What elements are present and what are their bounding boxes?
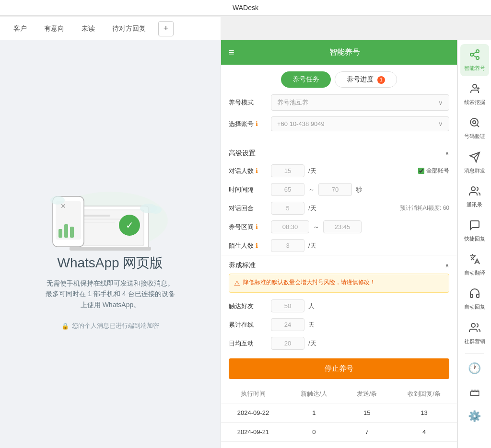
interval-input-2[interactable] [318,183,352,196]
all-accounts-checkbox[interactable] [418,168,424,174]
right-sidebar: 智能养号 线索挖掘 号码验证 [457,40,491,448]
sidebar-label-auto-reply: 自动回复 [464,304,485,310]
advanced-chevron: ∧ [445,150,449,157]
sub-tab-progress[interactable]: 养号进度 1 [335,71,397,88]
sidebar-item-verify[interactable]: 号码验证 [460,112,489,144]
menu-icon[interactable]: ≡ [229,47,234,58]
progress-badge: 1 [377,76,385,84]
td-replies-2: 4 [391,423,457,442]
sidebar-item-auto-reply[interactable]: 自动回复 [460,283,489,315]
sidebar-item-broadcast[interactable]: 消息群发 [460,147,489,179]
th-sent: 发送/条 [342,385,391,403]
warning-box: ⚠ 降低标准的默认数量会增大封号风险，请谨慎修改！ [229,274,449,293]
standards-title: 养成标准 [229,261,256,270]
account-select[interactable]: +60 10-438 9049 ∨ [271,116,449,131]
svg-point-30 [471,187,475,191]
search-person-icon [469,117,480,131]
svg-rect-5 [82,218,120,220]
svg-point-20 [476,57,479,59]
reach-input[interactable] [271,299,304,312]
ai-cost-note: 预计消耗AI额度: 60 [400,204,449,212]
chevron-down-icon: ∨ [438,99,443,106]
sidebar-label-contacts: 通讯录 [467,202,482,208]
svg-line-22 [473,52,476,54]
stop-button[interactable]: 停止养号 [229,358,449,379]
dialog-rounds-input[interactable] [271,202,304,215]
form-row-mode: 养号模式 养号池互养 ∨ [229,94,449,111]
tab-customers[interactable]: 客户 [5,19,35,39]
sidebar-item-translate[interactable]: 自动翻译 [460,249,489,281]
svg-rect-2 [70,247,151,251]
sidebar-label-verify: 号码验证 [464,133,485,139]
add-tab-button[interactable]: + [158,21,174,36]
svg-point-18 [476,50,479,53]
wa-subtitle: 无需使手机保持在线即可发送和接收消息。最多可同时在 1 部手机和 4 台已连接的… [46,278,175,310]
svg-text:✓: ✓ [126,220,134,230]
translate-icon [469,253,480,268]
td-sent-1: 15 [342,403,391,423]
contacts-icon [469,185,480,200]
sidebar-item-contacts[interactable]: 通讯录 [460,181,489,213]
sidebar-divider [465,353,484,354]
time-range-start[interactable] [271,220,309,233]
standards-chevron: ∧ [445,262,449,269]
svg-point-17 [50,196,65,205]
svg-point-23 [473,84,477,88]
adv-label-reach: 触达好友 [229,302,267,310]
wa-illustration: ✕ ✓ [34,158,187,254]
panel-footer: WADesk养号宝典 本月AI剩余额度: 783 / 月 [221,442,457,448]
sidebar-item-community[interactable]: 社群营销 [460,317,489,349]
advanced-section-header[interactable]: 高级设置 ∧ [221,143,457,161]
time-range-info-icon: ℹ [256,223,258,230]
tab-unread[interactable]: 未读 [73,19,104,39]
tab-interested[interactable]: 有意向 [35,19,73,39]
sidebar-label-leads: 线索挖掘 [464,99,485,105]
account-value: +60 10-438 9049 [277,120,325,127]
wa-title: WhatsApp 网页版 [58,254,164,272]
lock-icon: 🔒 [61,322,69,330]
adv-label-online: 累计在线 [229,321,267,329]
adv-row-dialog-people: 对话人数 ℹ /天 全部账号 [221,161,457,180]
adv-label-dialog: 对话人数 ℹ [229,167,267,175]
standards-section-header[interactable]: 养成标准 ∧ [221,255,457,274]
svg-rect-10 [64,224,68,238]
online-input[interactable] [271,318,304,331]
sub-tab-task[interactable]: 养号任务 [281,71,331,88]
svg-point-31 [471,323,475,327]
share-icon [469,49,480,63]
tilde-2: ～ [313,223,319,231]
dialog-info-icon: ℹ [256,167,258,174]
sidebar-item-settings[interactable]: ⚙️ [460,405,489,427]
adv-label-interval: 时间间隔 [229,185,267,194]
daily-interact-input[interactable] [271,337,304,350]
form-section: 养号模式 养号池互养 ∨ 选择账号 ℹ +60 10-438 9049 ∨ [221,94,457,143]
sidebar-label-quick-reply: 快捷回复 [464,236,485,242]
svg-line-21 [473,56,476,57]
adv-row-reach: 触达好友 人 [221,297,457,315]
tab-waiting-reply[interactable]: 待对方回复 [104,19,154,39]
svg-point-26 [470,118,478,126]
table-row: 2024-09-22 1 15 13 [221,403,457,423]
strangers-input[interactable] [271,239,304,252]
td-reach-2: 0 [285,423,342,442]
mode-select[interactable]: 养号池互养 ∨ [271,94,449,111]
svg-rect-11 [70,227,74,238]
mode-value: 养号池互养 [277,98,308,107]
time-range-end[interactable] [323,220,362,233]
sidebar-item-smart-account[interactable]: 智能养号 [460,44,489,76]
th-new-reach: 新触达/人 [285,385,342,403]
td-date-1: 2024-09-22 [221,403,285,423]
warning-icon: ⚠ [234,278,240,288]
wa-security: 🔒 您的个人消息已进行端到端加密 [61,322,159,330]
sidebar-item-history[interactable]: 🕐 [460,357,489,379]
strangers-info-icon: ℹ [256,242,258,249]
tab-bar: 客户 有意向 未读 待对方回复 + [0,17,221,40]
sidebar-item-storage[interactable]: 🗃 [460,381,489,403]
sidebar-item-leads[interactable]: 线索挖掘 [460,78,489,110]
interval-input-1[interactable] [271,183,304,196]
panel-header: ≡ 智能养号 [221,40,457,65]
form-row-account: 选择账号 ℹ +60 10-438 9049 ∨ [229,116,449,131]
sidebar-item-quick-reply[interactable]: 快捷回复 [460,215,489,247]
dialog-people-input[interactable] [271,164,304,177]
th-replies: 收到回复/条 [391,385,457,403]
